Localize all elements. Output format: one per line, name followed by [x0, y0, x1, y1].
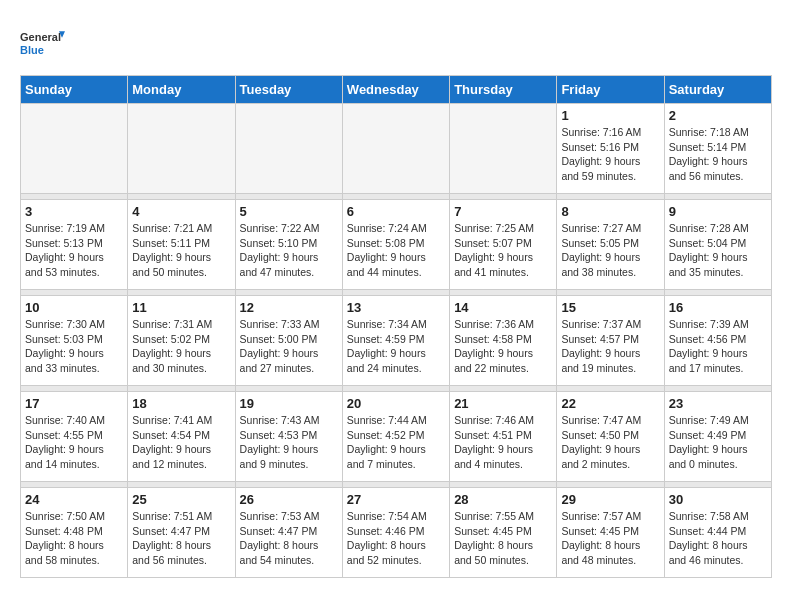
- day-number: 15: [561, 300, 659, 315]
- logo: General Blue: [20, 20, 70, 65]
- logo-svg: General Blue: [20, 20, 70, 65]
- day-number: 21: [454, 396, 552, 411]
- calendar-header-row: SundayMondayTuesdayWednesdayThursdayFrid…: [21, 76, 772, 104]
- calendar-cell: 13Sunrise: 7:34 AM Sunset: 4:59 PM Dayli…: [342, 296, 449, 386]
- calendar-cell: 12Sunrise: 7:33 AM Sunset: 5:00 PM Dayli…: [235, 296, 342, 386]
- day-info: Sunrise: 7:18 AM Sunset: 5:14 PM Dayligh…: [669, 125, 767, 184]
- calendar-cell: 19Sunrise: 7:43 AM Sunset: 4:53 PM Dayli…: [235, 392, 342, 482]
- day-info: Sunrise: 7:50 AM Sunset: 4:48 PM Dayligh…: [25, 509, 123, 568]
- day-of-week-header: Sunday: [21, 76, 128, 104]
- day-number: 25: [132, 492, 230, 507]
- day-number: 1: [561, 108, 659, 123]
- day-info: Sunrise: 7:47 AM Sunset: 4:50 PM Dayligh…: [561, 413, 659, 472]
- calendar-cell: [128, 104, 235, 194]
- day-number: 30: [669, 492, 767, 507]
- day-info: Sunrise: 7:36 AM Sunset: 4:58 PM Dayligh…: [454, 317, 552, 376]
- day-info: Sunrise: 7:41 AM Sunset: 4:54 PM Dayligh…: [132, 413, 230, 472]
- day-number: 23: [669, 396, 767, 411]
- calendar-week-row: 1Sunrise: 7:16 AM Sunset: 5:16 PM Daylig…: [21, 104, 772, 194]
- calendar-week-row: 10Sunrise: 7:30 AM Sunset: 5:03 PM Dayli…: [21, 296, 772, 386]
- calendar-cell: 16Sunrise: 7:39 AM Sunset: 4:56 PM Dayli…: [664, 296, 771, 386]
- day-number: 11: [132, 300, 230, 315]
- calendar-cell: 1Sunrise: 7:16 AM Sunset: 5:16 PM Daylig…: [557, 104, 664, 194]
- calendar-cell: 29Sunrise: 7:57 AM Sunset: 4:45 PM Dayli…: [557, 488, 664, 578]
- calendar-cell: 15Sunrise: 7:37 AM Sunset: 4:57 PM Dayli…: [557, 296, 664, 386]
- day-info: Sunrise: 7:46 AM Sunset: 4:51 PM Dayligh…: [454, 413, 552, 472]
- calendar-cell: 21Sunrise: 7:46 AM Sunset: 4:51 PM Dayli…: [450, 392, 557, 482]
- day-info: Sunrise: 7:31 AM Sunset: 5:02 PM Dayligh…: [132, 317, 230, 376]
- day-of-week-header: Saturday: [664, 76, 771, 104]
- calendar-cell: [21, 104, 128, 194]
- day-number: 8: [561, 204, 659, 219]
- day-of-week-header: Friday: [557, 76, 664, 104]
- calendar-cell: 24Sunrise: 7:50 AM Sunset: 4:48 PM Dayli…: [21, 488, 128, 578]
- day-number: 29: [561, 492, 659, 507]
- day-info: Sunrise: 7:34 AM Sunset: 4:59 PM Dayligh…: [347, 317, 445, 376]
- day-number: 4: [132, 204, 230, 219]
- day-number: 13: [347, 300, 445, 315]
- calendar-cell: 23Sunrise: 7:49 AM Sunset: 4:49 PM Dayli…: [664, 392, 771, 482]
- day-info: Sunrise: 7:22 AM Sunset: 5:10 PM Dayligh…: [240, 221, 338, 280]
- calendar-cell: 26Sunrise: 7:53 AM Sunset: 4:47 PM Dayli…: [235, 488, 342, 578]
- day-info: Sunrise: 7:30 AM Sunset: 5:03 PM Dayligh…: [25, 317, 123, 376]
- calendar-cell: 25Sunrise: 7:51 AM Sunset: 4:47 PM Dayli…: [128, 488, 235, 578]
- calendar-cell: 30Sunrise: 7:58 AM Sunset: 4:44 PM Dayli…: [664, 488, 771, 578]
- header: General Blue: [20, 20, 772, 65]
- day-of-week-header: Wednesday: [342, 76, 449, 104]
- calendar-cell: 14Sunrise: 7:36 AM Sunset: 4:58 PM Dayli…: [450, 296, 557, 386]
- calendar-cell: 4Sunrise: 7:21 AM Sunset: 5:11 PM Daylig…: [128, 200, 235, 290]
- day-info: Sunrise: 7:57 AM Sunset: 4:45 PM Dayligh…: [561, 509, 659, 568]
- day-info: Sunrise: 7:28 AM Sunset: 5:04 PM Dayligh…: [669, 221, 767, 280]
- day-info: Sunrise: 7:39 AM Sunset: 4:56 PM Dayligh…: [669, 317, 767, 376]
- day-info: Sunrise: 7:33 AM Sunset: 5:00 PM Dayligh…: [240, 317, 338, 376]
- day-of-week-header: Monday: [128, 76, 235, 104]
- day-number: 5: [240, 204, 338, 219]
- calendar-cell: 22Sunrise: 7:47 AM Sunset: 4:50 PM Dayli…: [557, 392, 664, 482]
- day-number: 16: [669, 300, 767, 315]
- svg-text:Blue: Blue: [20, 44, 44, 56]
- day-info: Sunrise: 7:43 AM Sunset: 4:53 PM Dayligh…: [240, 413, 338, 472]
- day-info: Sunrise: 7:24 AM Sunset: 5:08 PM Dayligh…: [347, 221, 445, 280]
- calendar-cell: 5Sunrise: 7:22 AM Sunset: 5:10 PM Daylig…: [235, 200, 342, 290]
- calendar-cell: 9Sunrise: 7:28 AM Sunset: 5:04 PM Daylig…: [664, 200, 771, 290]
- svg-text:General: General: [20, 31, 61, 43]
- day-info: Sunrise: 7:54 AM Sunset: 4:46 PM Dayligh…: [347, 509, 445, 568]
- calendar-cell: 10Sunrise: 7:30 AM Sunset: 5:03 PM Dayli…: [21, 296, 128, 386]
- day-info: Sunrise: 7:16 AM Sunset: 5:16 PM Dayligh…: [561, 125, 659, 184]
- day-number: 14: [454, 300, 552, 315]
- calendar-cell: [235, 104, 342, 194]
- calendar-week-row: 24Sunrise: 7:50 AM Sunset: 4:48 PM Dayli…: [21, 488, 772, 578]
- calendar-cell: 2Sunrise: 7:18 AM Sunset: 5:14 PM Daylig…: [664, 104, 771, 194]
- day-number: 6: [347, 204, 445, 219]
- day-info: Sunrise: 7:19 AM Sunset: 5:13 PM Dayligh…: [25, 221, 123, 280]
- day-of-week-header: Tuesday: [235, 76, 342, 104]
- day-number: 19: [240, 396, 338, 411]
- calendar-cell: 18Sunrise: 7:41 AM Sunset: 4:54 PM Dayli…: [128, 392, 235, 482]
- day-number: 24: [25, 492, 123, 507]
- calendar-week-row: 17Sunrise: 7:40 AM Sunset: 4:55 PM Dayli…: [21, 392, 772, 482]
- day-info: Sunrise: 7:25 AM Sunset: 5:07 PM Dayligh…: [454, 221, 552, 280]
- day-number: 7: [454, 204, 552, 219]
- day-number: 12: [240, 300, 338, 315]
- day-info: Sunrise: 7:40 AM Sunset: 4:55 PM Dayligh…: [25, 413, 123, 472]
- calendar-cell: [342, 104, 449, 194]
- calendar-cell: 17Sunrise: 7:40 AM Sunset: 4:55 PM Dayli…: [21, 392, 128, 482]
- day-info: Sunrise: 7:58 AM Sunset: 4:44 PM Dayligh…: [669, 509, 767, 568]
- calendar-cell: 6Sunrise: 7:24 AM Sunset: 5:08 PM Daylig…: [342, 200, 449, 290]
- day-number: 28: [454, 492, 552, 507]
- day-info: Sunrise: 7:44 AM Sunset: 4:52 PM Dayligh…: [347, 413, 445, 472]
- day-number: 22: [561, 396, 659, 411]
- calendar-cell: 3Sunrise: 7:19 AM Sunset: 5:13 PM Daylig…: [21, 200, 128, 290]
- day-number: 27: [347, 492, 445, 507]
- calendar-cell: 28Sunrise: 7:55 AM Sunset: 4:45 PM Dayli…: [450, 488, 557, 578]
- calendar-cell: 27Sunrise: 7:54 AM Sunset: 4:46 PM Dayli…: [342, 488, 449, 578]
- day-number: 18: [132, 396, 230, 411]
- calendar-cell: 20Sunrise: 7:44 AM Sunset: 4:52 PM Dayli…: [342, 392, 449, 482]
- day-info: Sunrise: 7:53 AM Sunset: 4:47 PM Dayligh…: [240, 509, 338, 568]
- calendar: SundayMondayTuesdayWednesdayThursdayFrid…: [20, 75, 772, 578]
- day-number: 10: [25, 300, 123, 315]
- calendar-cell: 11Sunrise: 7:31 AM Sunset: 5:02 PM Dayli…: [128, 296, 235, 386]
- calendar-cell: 7Sunrise: 7:25 AM Sunset: 5:07 PM Daylig…: [450, 200, 557, 290]
- day-info: Sunrise: 7:21 AM Sunset: 5:11 PM Dayligh…: [132, 221, 230, 280]
- day-number: 9: [669, 204, 767, 219]
